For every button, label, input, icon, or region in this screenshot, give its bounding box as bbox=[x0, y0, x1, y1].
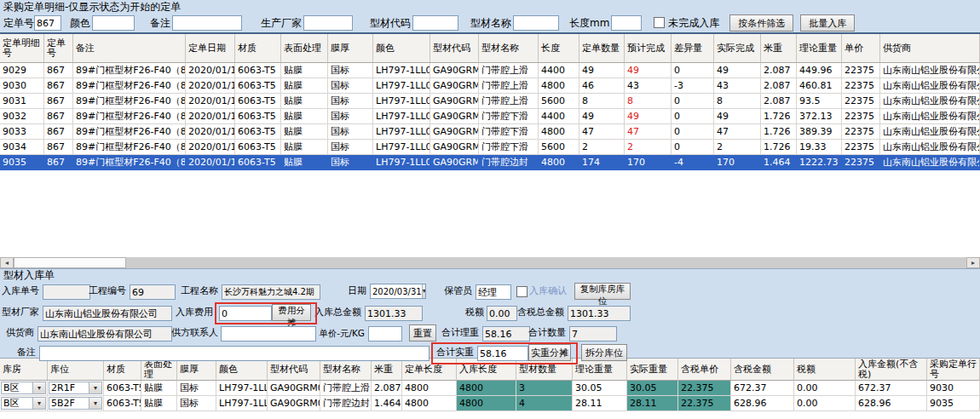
cell[interactable]: 6063-T5 bbox=[235, 63, 281, 78]
scrollbar-thumb[interactable] bbox=[14, 257, 126, 268]
cell[interactable]: 4400 bbox=[539, 63, 579, 78]
cell[interactable]: 国标 bbox=[328, 140, 373, 155]
cell[interactable]: 门带腔上滑 bbox=[479, 94, 539, 109]
tax-input[interactable] bbox=[487, 306, 517, 321]
cell[interactable]: GA90GRM03 bbox=[430, 94, 479, 109]
cell[interactable]: 山东南山铝业股份有限公司 bbox=[880, 124, 980, 140]
remark-input[interactable] bbox=[172, 15, 242, 31]
table-row[interactable]: 903286789#门框型材F26-F40（866+867）2020/01/13… bbox=[0, 109, 980, 124]
cell[interactable]: 2 bbox=[714, 140, 761, 155]
cell[interactable]: 22375 bbox=[842, 140, 880, 155]
po-grid-hscrollbar[interactable]: ◂ ▸ bbox=[0, 257, 980, 268]
calendar-dropdown-icon[interactable]: ▾ bbox=[422, 284, 426, 298]
cell[interactable]: 28.11 bbox=[573, 396, 627, 411]
cell[interactable]: 6063-T5 bbox=[235, 140, 281, 155]
cell[interactable]: 170 bbox=[714, 155, 761, 170]
cell[interactable]: 6063-T5 bbox=[235, 78, 281, 94]
cell[interactable]: 2.087 bbox=[761, 78, 797, 94]
cell[interactable]: 5600 bbox=[539, 140, 579, 155]
total-actual-weight-input[interactable] bbox=[477, 346, 528, 361]
cell[interactable]: 9029 bbox=[0, 63, 44, 78]
profile-name-input[interactable] bbox=[513, 15, 559, 31]
cell[interactable]: 19.33 bbox=[797, 140, 842, 155]
column-header[interactable]: 单价 bbox=[842, 34, 880, 63]
column-header[interactable]: 理论重量 bbox=[797, 34, 842, 63]
cell[interactable]: 30.05 bbox=[573, 381, 627, 396]
cell[interactable]: 2020/01/13 bbox=[186, 94, 235, 109]
project-no-input[interactable] bbox=[130, 284, 176, 300]
cell[interactable]: 47 bbox=[579, 124, 625, 140]
cell[interactable]: 49 bbox=[714, 63, 761, 78]
cell[interactable]: GA90GRM05 bbox=[268, 396, 320, 411]
cell[interactable]: 9034 bbox=[0, 140, 44, 155]
table-row[interactable]: 903486789#门框型材F26-F40（866+867）2020/01/13… bbox=[0, 140, 980, 155]
column-header[interactable]: 采购定单行号 bbox=[927, 359, 980, 381]
column-header[interactable]: 定单长度 bbox=[402, 359, 457, 381]
cell[interactable]: 170 bbox=[625, 155, 672, 170]
cell[interactable]: 4800 bbox=[539, 78, 579, 94]
table-row[interactable]: 902986789#门框型材F26-F40（866+867）2020/01/13… bbox=[0, 63, 980, 78]
cell[interactable]: 672.37 bbox=[856, 381, 927, 396]
cell[interactable]: 0 bbox=[672, 63, 714, 78]
column-header[interactable]: 米重 bbox=[761, 34, 797, 63]
cell[interactable]: 山东南山铝业股份有限公司 bbox=[880, 155, 980, 170]
cell[interactable]: 867 bbox=[44, 109, 73, 124]
cell[interactable]: 8 bbox=[579, 94, 625, 109]
cell[interactable]: 山东南山铝业股份有限公司 bbox=[880, 63, 980, 78]
cell[interactable]: 门带腔下滑 bbox=[479, 109, 539, 124]
cell[interactable]: 9032 bbox=[0, 109, 44, 124]
remark-field-input[interactable] bbox=[39, 346, 429, 361]
cell[interactable]: 2R1F▾ bbox=[48, 381, 104, 396]
cell[interactable]: 国标 bbox=[177, 396, 216, 411]
weight-share-button[interactable]: 实重分摊 bbox=[528, 344, 571, 361]
cell[interactable]: 9030 bbox=[927, 381, 980, 396]
cell[interactable]: 89#门框型材F26-F40（866+867） bbox=[73, 78, 186, 94]
cell[interactable]: 47 bbox=[714, 124, 761, 140]
cell[interactable]: 1.726 bbox=[761, 140, 797, 155]
cell[interactable]: 山东南山铝业股份有限公司 bbox=[880, 94, 980, 109]
table-row[interactable]: B区▾2R1F▾6063-T5贴膜国标LH797-1LL0GA90GRM03门带… bbox=[0, 381, 980, 396]
cell[interactable]: 1.464 bbox=[372, 396, 402, 411]
date-picker[interactable]: 2020/03/31 ▾ bbox=[370, 284, 426, 299]
column-header[interactable]: 膜厚 bbox=[328, 34, 373, 63]
cell[interactable]: 门带腔上滑 bbox=[479, 78, 539, 94]
cell[interactable]: 国标 bbox=[328, 63, 373, 78]
cell[interactable]: 门带腔上滑 bbox=[320, 381, 372, 396]
cell[interactable]: 0 bbox=[672, 109, 714, 124]
cell[interactable]: 国标 bbox=[328, 155, 373, 170]
table-row[interactable]: B区▾5B2F▾6063-T5贴膜国标LH797-1LL0GA90GRM05门带… bbox=[0, 396, 980, 411]
cell[interactable]: 28.11 bbox=[627, 396, 678, 411]
column-header[interactable]: 型材代码 bbox=[430, 34, 479, 63]
cell[interactable]: 867 bbox=[44, 78, 73, 94]
column-header[interactable]: 型材代码 bbox=[268, 359, 320, 381]
cell[interactable]: GA90GRM04 bbox=[430, 140, 479, 155]
cell[interactable]: LH797-1LL0 bbox=[373, 94, 430, 109]
cell[interactable]: 867 bbox=[44, 155, 73, 170]
combo-value[interactable]: 2R1F bbox=[49, 382, 89, 394]
inbound-confirm-checkbox[interactable] bbox=[516, 286, 527, 297]
cell[interactable]: 6063-T5 bbox=[235, 109, 281, 124]
cell[interactable]: 46 bbox=[579, 78, 625, 94]
cell[interactable]: 山东南山铝业股份有限公司 bbox=[880, 140, 980, 155]
column-header[interactable]: 入库长度 bbox=[457, 359, 516, 381]
column-header[interactable]: 备注 bbox=[73, 34, 186, 63]
cell[interactable]: 49 bbox=[714, 109, 761, 124]
cell[interactable]: 22375 bbox=[842, 109, 880, 124]
cell[interactable]: 贴膜 bbox=[281, 155, 328, 170]
cell[interactable]: 89#门框型材F26-F40（866+867） bbox=[73, 94, 186, 109]
table-row[interactable]: 903086789#门框型材F26-F40（866+867）2020/01/13… bbox=[0, 78, 980, 94]
column-header[interactable]: 含税金额 bbox=[731, 359, 794, 381]
cell[interactable]: 2020/01/13 bbox=[186, 63, 235, 78]
cell[interactable]: LH797-1LL0 bbox=[373, 155, 430, 170]
cell[interactable]: 0.00 bbox=[794, 396, 856, 411]
cell[interactable]: 49 bbox=[579, 109, 625, 124]
cell[interactable]: 22375 bbox=[842, 155, 880, 170]
project-name-input[interactable] bbox=[222, 284, 320, 300]
cell[interactable]: 867 bbox=[44, 94, 73, 109]
cell[interactable]: 山东南山铝业股份有限公司 bbox=[880, 109, 980, 124]
column-header[interactable]: 膜厚 bbox=[177, 359, 216, 381]
copy-location-button[interactable]: 复制库房库位 bbox=[574, 283, 631, 300]
combo-value[interactable]: B区 bbox=[1, 397, 33, 410]
table-row[interactable]: 903586789#门框型材F26-F40（866+867）2020/01/13… bbox=[0, 155, 980, 170]
cell[interactable]: 9033 bbox=[0, 124, 44, 140]
